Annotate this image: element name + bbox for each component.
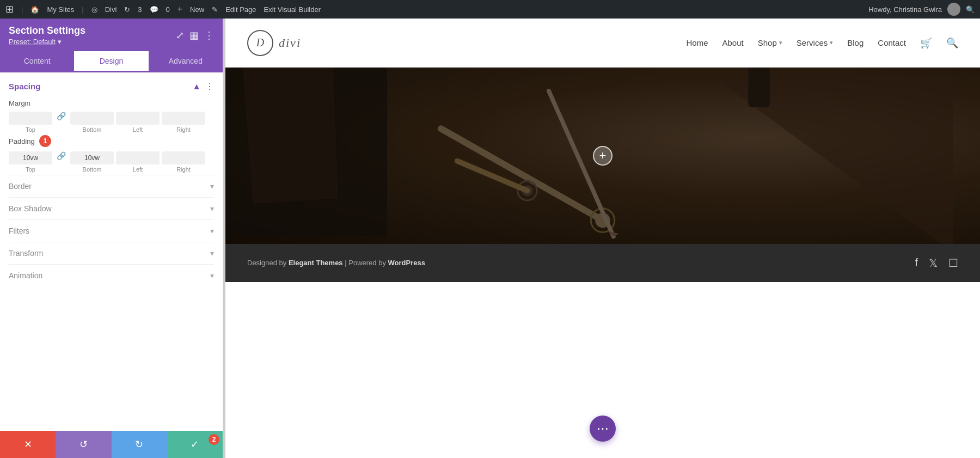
twitter-icon[interactable]: 𝕏 <box>929 257 938 270</box>
animation-title: Animation <box>9 271 42 280</box>
logo-circle: D <box>247 30 273 56</box>
more-options-icon[interactable]: ⋮ <box>204 29 214 41</box>
wp-logo-icon[interactable]: ⊞ <box>5 3 14 15</box>
comment-zero[interactable]: 0 <box>166 5 170 14</box>
border-title: Border <box>9 182 32 191</box>
padding-left-input[interactable] <box>116 151 160 164</box>
spacing-header-right: ▲ ⋮ <box>192 81 214 91</box>
hero-add-button[interactable]: + <box>593 146 612 166</box>
padding-top-input[interactable] <box>9 151 52 164</box>
margin-bottom-wrap: Bottom <box>70 112 114 133</box>
my-sites-icon: 🏠 <box>30 5 39 14</box>
border-section[interactable]: Border ▾ <box>9 175 214 197</box>
site-logo: D divi <box>247 30 301 56</box>
tab-advanced[interactable]: Advanced <box>149 51 223 72</box>
margin-top-label: Top <box>26 126 35 133</box>
save-button[interactable]: ✓ 2 <box>167 431 223 458</box>
panel-title: Section Settings <box>9 25 85 36</box>
plus-icon: + <box>177 4 182 14</box>
elegant-themes-link[interactable]: Elegant Themes <box>289 259 343 267</box>
panel-header-info: Section Settings Preset: Default ▾ <box>9 25 85 46</box>
tab-content[interactable]: Content <box>0 51 74 72</box>
admin-bar-right: Howdy, Christina Gwira 🔍 <box>868 3 975 16</box>
padding-top-label: Top <box>26 166 35 173</box>
panel-content[interactable]: Spacing ▲ ⋮ Margin Top 🔗 Bottom <box>0 72 223 431</box>
spacing-title: Spacing <box>9 82 40 91</box>
padding-bottom-input[interactable] <box>70 151 114 164</box>
nav-shop[interactable]: Shop ▾ <box>758 38 782 47</box>
margin-top-input[interactable] <box>9 112 52 125</box>
padding-left-wrap: Left <box>116 151 160 173</box>
redo-button[interactable]: ↻ <box>112 431 167 458</box>
collapse-icon[interactable]: ▲ <box>192 82 201 91</box>
margin-left-label: Left <box>133 126 143 133</box>
main-layout: Section Settings Preset: Default ▾ ⤢ ▦ ⋮… <box>0 19 980 458</box>
nav-home[interactable]: Home <box>686 38 708 47</box>
filters-chevron-icon: ▾ <box>210 227 214 235</box>
filters-section[interactable]: Filters ▾ <box>9 219 214 242</box>
section-options-icon[interactable]: ⋮ <box>205 81 214 91</box>
fab-button[interactable]: ⋯ <box>590 416 616 442</box>
cancel-button[interactable]: ✕ <box>0 431 56 458</box>
margin-left-input[interactable] <box>116 112 160 125</box>
comment-icon: 💬 <box>150 5 158 14</box>
undo-button[interactable]: ↺ <box>56 431 111 458</box>
new-link[interactable]: New <box>190 5 204 14</box>
margin-link-icon[interactable]: 🔗 <box>57 112 66 133</box>
transform-section[interactable]: Transform ▾ <box>9 242 214 264</box>
nav-search-icon[interactable]: 🔍 <box>946 37 958 49</box>
padding-fields: Top 🔗 Bottom Left Right <box>9 151 214 173</box>
fullscreen-icon[interactable]: ⤢ <box>176 29 184 41</box>
my-sites-link[interactable]: My Sites <box>47 5 74 14</box>
grid-icon[interactable]: ▦ <box>189 29 199 41</box>
padding-right-label: Right <box>176 166 191 173</box>
margin-right-input[interactable] <box>162 112 205 125</box>
search-icon[interactable]: 🔍 <box>966 5 975 14</box>
left-panel: Section Settings Preset: Default ▾ ⤢ ▦ ⋮… <box>0 19 223 458</box>
sync-icon: ↻ <box>124 5 130 14</box>
margin-bottom-label: Bottom <box>83 126 102 133</box>
padding-right-input[interactable] <box>162 151 205 164</box>
divi-icon: ◎ <box>91 5 97 14</box>
exit-builder-link[interactable]: Exit Visual Builder <box>264 5 321 14</box>
margin-bottom-input[interactable] <box>70 112 114 125</box>
filters-title: Filters <box>9 227 29 235</box>
site-footer: Designed by Elegant Themes | Powered by … <box>225 244 980 282</box>
divi-link[interactable]: Divi <box>105 5 117 14</box>
padding-bottom-wrap: Bottom <box>70 151 114 173</box>
instagram-icon[interactable]: ☐ <box>948 257 958 270</box>
edit-page-link[interactable]: Edit Page <box>225 5 256 14</box>
spacing-section-header: Spacing ▲ ⋮ <box>9 81 214 91</box>
nav-contact[interactable]: Contact <box>878 38 906 47</box>
facebook-icon[interactable]: f <box>915 257 918 269</box>
margin-right-wrap: Right <box>162 112 205 133</box>
animation-section[interactable]: Animation ▾ <box>9 264 214 286</box>
nav-links: Home About Shop ▾ Services ▾ Blog Contac… <box>686 37 958 49</box>
box-shadow-section[interactable]: Box Shadow ▾ <box>9 197 214 219</box>
fab-icon: ⋯ <box>597 422 609 436</box>
nav-blog[interactable]: Blog <box>847 38 863 47</box>
white-area: ⋯ <box>225 282 980 459</box>
animation-chevron-icon: ▾ <box>210 271 214 280</box>
wp-admin-bar: ⊞ | 🏠 My Sites | ◎ Divi ↻ 3 💬 0 + New ✎ … <box>0 0 980 19</box>
logo-text: divi <box>279 36 301 50</box>
box-shadow-chevron-icon: ▾ <box>210 204 214 213</box>
action-bar: ✕ ↺ ↻ ✓ 2 <box>0 431 223 458</box>
margin-left-wrap: Left <box>116 112 160 133</box>
padding-left-label: Left <box>133 166 143 173</box>
footer-text: Designed by Elegant Themes | Powered by … <box>247 259 915 267</box>
tab-design[interactable]: Design <box>74 51 148 72</box>
panel-preset[interactable]: Preset: Default ▾ <box>9 38 85 46</box>
user-greeting: Howdy, Christina Gwira <box>868 5 942 14</box>
transform-title: Transform <box>9 249 43 258</box>
comments-count[interactable]: 3 <box>138 5 142 14</box>
padding-label: Padding 1 <box>9 135 214 147</box>
nav-services[interactable]: Services ▾ <box>797 38 834 47</box>
padding-link-icon[interactable]: 🔗 <box>57 151 66 173</box>
admin-bar-left: ⊞ | 🏠 My Sites | ◎ Divi ↻ 3 💬 0 + New ✎ … <box>5 3 321 15</box>
wordpress-link[interactable]: WordPress <box>388 259 425 267</box>
padding-badge: 1 <box>39 135 51 147</box>
cart-icon[interactable]: 🛒 <box>920 37 932 49</box>
nav-about[interactable]: About <box>722 38 743 47</box>
box-shadow-title: Box Shadow <box>9 204 52 213</box>
